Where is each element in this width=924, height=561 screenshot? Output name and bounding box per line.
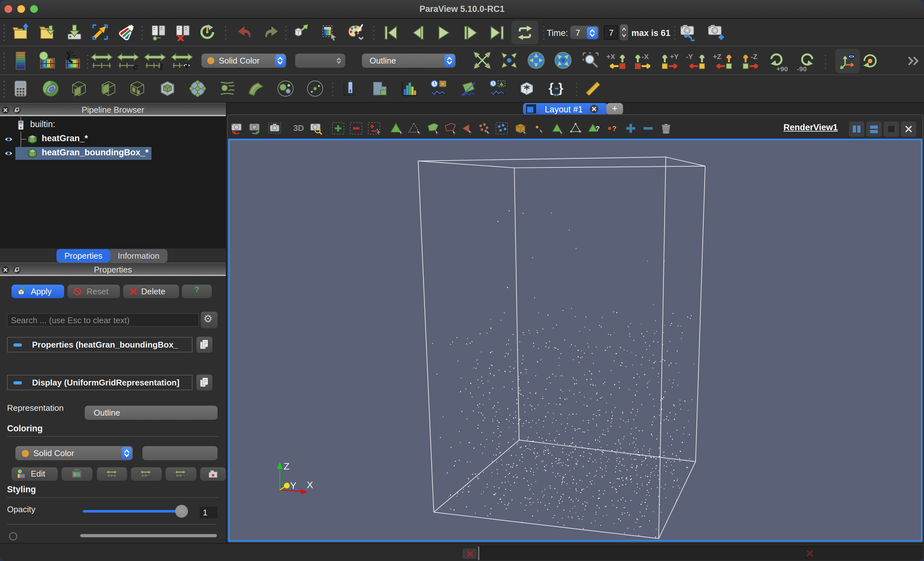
svg-text:X: X [307,480,313,490]
svg-text:c: c [148,474,150,479]
svg-text:+Y: +Y [670,52,679,61]
svg-text:t: t [182,474,184,479]
svg-text:Z: Z [284,461,290,471]
svg-text:?: ? [612,124,616,132]
svg-text:-90: -90 [797,65,807,72]
svg-text:-Z: -Z [751,52,758,61]
svg-text:Y: Y [290,480,297,491]
svg-text:?: ? [596,124,600,132]
svg-text:-X: -X [642,52,649,61]
svg-text:+X: +X [606,52,615,61]
svg-text:+90: +90 [776,65,788,72]
svg-text:+Z: +Z [713,52,721,61]
svg-text:{: { [549,81,554,95]
svg-text:}: } [558,81,563,95]
svg-text:-Y: -Y [686,52,693,61]
svg-text:t: t [160,61,164,70]
svg-text:c: c [133,61,138,70]
